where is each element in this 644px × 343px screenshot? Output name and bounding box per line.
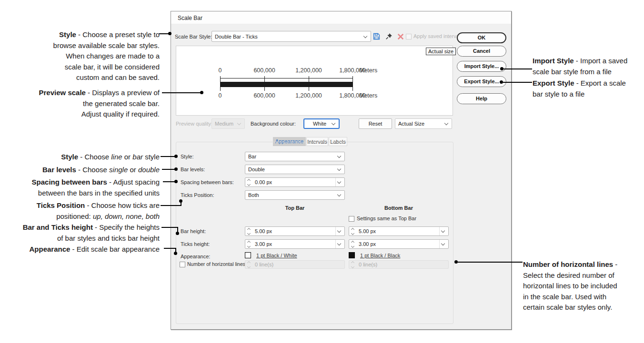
background-colour-combobox[interactable]: White <box>303 118 340 129</box>
scale-bar-bottom-bar <box>220 82 353 87</box>
callout-line-style-line-bar <box>161 156 175 157</box>
scale-bar-style-label: Scale Bar Style: <box>175 32 212 41</box>
bar-levels-label: Bar levels: <box>181 165 205 174</box>
callout-dot-export-style <box>500 80 503 84</box>
bottom-bar-column-header: Bottom Bar <box>349 205 449 211</box>
spinner-arrows[interactable] <box>349 228 356 235</box>
bar-height-top-spinner[interactable]: 5.00 px <box>245 226 345 236</box>
horizontal-lines-label: Number of horizontal lines: <box>187 259 247 269</box>
pin-style-icon[interactable] <box>385 33 392 40</box>
callout-dot-ticks-position <box>179 199 182 203</box>
export-style-button[interactable]: Export Style... <box>457 76 506 87</box>
help-button[interactable]: Help <box>457 93 506 104</box>
callout-line-style-preset <box>159 33 169 34</box>
cancel-button[interactable]: Cancel <box>457 46 506 57</box>
chevron-down-icon <box>337 180 341 184</box>
apply-saved-intervals-label: Apply saved intervals <box>413 31 463 41</box>
dialog-title: Scale Bar <box>178 15 202 21</box>
scale-bar-top-bar <box>220 78 353 82</box>
chevron-down-icon <box>337 229 341 233</box>
annotation-appearance: Appearance - Edit scale bar appearance <box>0 244 160 255</box>
actual-size-badge: Actual size <box>426 48 456 55</box>
background-colour-label: Background colour: <box>251 119 296 128</box>
dropdown-arrow[interactable] <box>439 240 448 248</box>
dropdown-arrow[interactable] <box>439 227 448 235</box>
spacing-spinner[interactable]: 0.00 px <box>245 177 345 187</box>
chevron-down-icon <box>444 121 448 125</box>
spinner-arrows[interactable] <box>245 241 252 247</box>
scale-bar-graphic <box>220 76 353 91</box>
bar-height-label: Bar height: <box>181 226 206 236</box>
chevron-down-icon <box>363 34 367 38</box>
annotation-style-preset: Style - Choose a preset style tobrowse a… <box>0 29 160 83</box>
import-style-button[interactable]: Import Style... <box>457 61 506 72</box>
chevron-down-icon <box>337 167 341 171</box>
top-bar-column-header: Top Bar <box>245 205 345 211</box>
delete-style-icon[interactable] <box>397 33 404 40</box>
ok-button[interactable]: OK <box>457 32 506 43</box>
bottom-bar-colour-swatch[interactable] <box>349 252 355 258</box>
style-combobox[interactable]: Bar <box>245 152 345 161</box>
spacing-label: Spacing between bars: <box>181 177 234 187</box>
ticks-height-bottom-spinner[interactable]: 3.00 px <box>349 239 449 249</box>
callout-dot-bar-ticks-height <box>176 232 179 235</box>
preview-quality-combobox[interactable]: Medium <box>211 118 245 129</box>
title-bar: Scale Bar <box>171 11 511 24</box>
style-label: Style: <box>181 152 194 161</box>
bar-height-bottom-spinner[interactable]: 5.00 px <box>349 226 449 236</box>
callout-dot-style-preset <box>168 32 171 35</box>
annotation-import-style: Import Style - Import a savedscale bar s… <box>533 56 627 77</box>
callout-dot-preview-scale <box>200 91 203 94</box>
preview-quality-label: Preview quality: <box>176 119 212 128</box>
callout-dot-bar-levels <box>174 167 178 171</box>
settings-same-as-top-bar-label: Settings same as Top Bar <box>357 214 416 223</box>
spinner-arrows[interactable] <box>245 262 252 268</box>
scale-top-labels: 0 600,000 1,200,000 1,800,000 Meters <box>220 67 353 74</box>
callout-dot-spacing <box>174 180 178 183</box>
spinner-arrows[interactable] <box>245 228 252 235</box>
callout-line-export-style <box>503 82 532 83</box>
bar-levels-combobox[interactable]: Double <box>245 165 345 174</box>
spinner-arrows[interactable] <box>349 262 356 268</box>
horizontal-lines-checkbox[interactable] <box>180 262 185 267</box>
annotation-horizontal-lines: Number of horizontal lines -Select the d… <box>523 259 617 313</box>
callout-line-spacing <box>163 181 175 182</box>
ticks-position-label: Ticks Position: <box>181 190 214 200</box>
ticks-height-top-spinner[interactable]: 3.00 px <box>245 239 345 249</box>
chevron-down-icon <box>441 242 445 245</box>
scale-bar-style-combobox[interactable]: Double Bar - Ticks <box>211 31 371 42</box>
callout-line-ticks-position <box>161 205 181 206</box>
save-style-icon[interactable] <box>373 33 380 40</box>
chevron-down-icon <box>337 154 341 158</box>
apply-saved-intervals-checkbox[interactable] <box>406 34 412 39</box>
annotation-ticks-position: Ticks Position - Choose how ticks arepos… <box>0 200 160 222</box>
settings-same-as-top-bar-checkbox[interactable] <box>349 216 354 222</box>
dropdown-arrow[interactable] <box>335 240 344 248</box>
callout-dot-style-line-bar <box>174 155 178 158</box>
preview-size-combobox[interactable]: Actual Size <box>395 118 452 129</box>
callout-line-horizontal-lines <box>458 262 523 263</box>
callout-line-import-style <box>503 69 532 69</box>
horizontal-lines-top-spinner[interactable]: 0 line(s) <box>245 260 345 269</box>
spinner-arrows[interactable] <box>349 241 356 247</box>
dropdown-arrow[interactable] <box>335 178 344 186</box>
ticks-position-combobox[interactable]: Both <box>245 190 345 200</box>
annotation-style-line-bar: Style - Choose line or bar style <box>0 152 160 163</box>
reset-button[interactable]: Reset <box>359 118 392 129</box>
annotation-preview-scale: Preview scale - Displays a preview ofthe… <box>0 88 160 120</box>
figure: Style - Choose a preset style tobrowse a… <box>0 0 644 343</box>
chevron-down-icon <box>337 193 341 196</box>
top-bar-colour-swatch[interactable] <box>245 252 251 258</box>
annotation-bar-levels: Bar levels - Choose single or double <box>0 165 160 176</box>
spinner-arrows[interactable] <box>245 179 252 186</box>
dropdown-arrow[interactable] <box>335 227 344 235</box>
chevron-down-icon <box>237 121 241 125</box>
callout-dot-appearance <box>174 252 177 255</box>
ticks-height-label: Ticks height: <box>181 239 210 249</box>
chevron-down-icon <box>441 229 445 233</box>
callout-line-appearance <box>164 248 176 249</box>
top-bar-appearance-link[interactable]: 1 pt Black / White <box>256 251 297 260</box>
horizontal-lines-bottom-spinner[interactable]: 0 line(s) <box>349 260 449 269</box>
bottom-bar-appearance-link[interactable]: 1 pt Black / Black <box>360 251 400 260</box>
scale-bottom-labels: 0 600,000 1,200,000 1,800,000 Meters <box>220 92 353 99</box>
